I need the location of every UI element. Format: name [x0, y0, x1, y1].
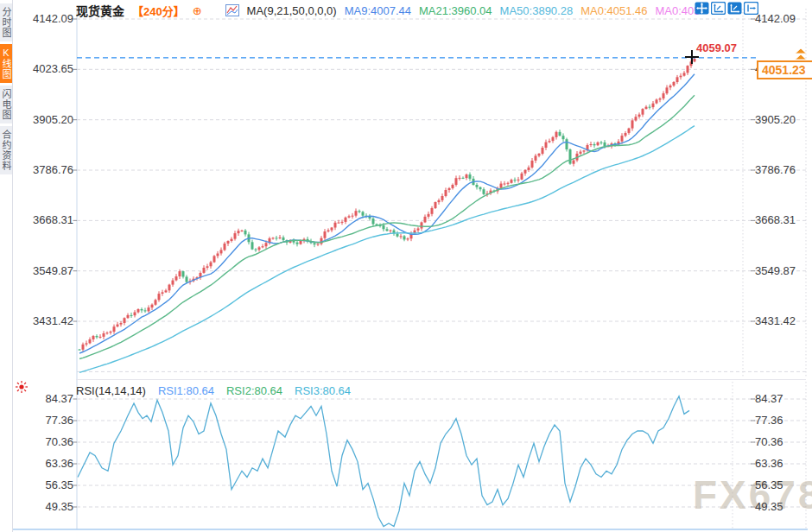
period-label: 【240分】 — [132, 3, 185, 19]
ma21-value: MA21:3960.04 — [419, 4, 492, 17]
ma9-value: MA9:4007.44 — [345, 4, 411, 17]
sidebar-tab-lightning[interactable]: 闪电图 — [0, 86, 12, 124]
ma0-value-2: MA0:405 — [656, 4, 701, 17]
axis-range-icon[interactable] — [711, 2, 726, 15]
add-indicator-icon[interactable]: ⊕ — [193, 5, 202, 16]
move-tool-icon[interactable] — [695, 2, 709, 15]
rsi1-value: RSI1:80.64 — [158, 384, 214, 397]
sidebar-tab-contract-info[interactable]: 合约资料 — [0, 126, 12, 174]
watermark: FX678 — [693, 472, 812, 518]
symbol-name: 现货黄金 — [76, 2, 124, 19]
sidebar: 分时图 K线图 闪电图 合约资料 — [0, 0, 13, 532]
rsi-header: RSI(14,14,14) RSI1:80.64 RSI2:80.64 RSI3… — [76, 384, 351, 397]
sidebar-tab-kline[interactable]: K线图 — [0, 44, 12, 83]
exit-right-icon[interactable] — [744, 2, 758, 15]
rsi2-value: RSI2:80.64 — [226, 384, 282, 397]
chart-type-icon[interactable] — [225, 4, 239, 16]
ma0-value-1: MA0:4051.46 — [580, 4, 647, 17]
session-high-label: 4059.07 — [696, 41, 737, 54]
chart-header: 现货黄金 【240分】 ⊕ MA(9,21,50,0,0,0) MA9:4007… — [76, 3, 701, 18]
sidebar-tab-timeshare[interactable]: 分时图 — [0, 3, 12, 41]
rsi-settings-label: RSI(14,14,14) — [76, 384, 146, 397]
indicator-settings-sun-icon[interactable] — [15, 380, 29, 394]
ma-settings-label: MA(9,21,50,0,0,0) — [247, 4, 337, 17]
current-price-badge: 4051.23 — [757, 60, 812, 79]
axis-range-active-icon[interactable] — [727, 2, 742, 15]
rsi3-value: RSI3:80.64 — [295, 384, 351, 397]
price-up-arrow-icon — [793, 48, 809, 62]
chart-canvas[interactable] — [0, 0, 812, 532]
ma50-value: MA50:3890.28 — [500, 4, 574, 17]
crosshair-icon — [691, 50, 693, 64]
chart-toolbar — [695, 2, 758, 15]
